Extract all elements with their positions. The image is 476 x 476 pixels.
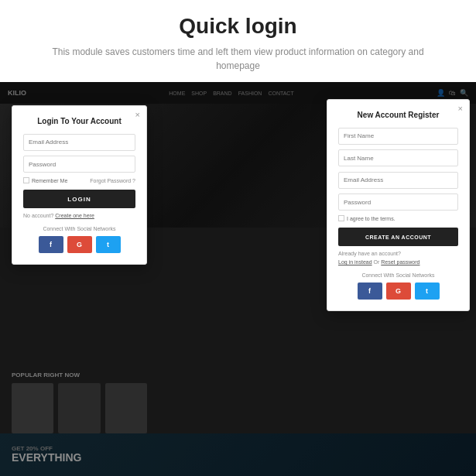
page-subtitle: This module saves customers time and lef… xyxy=(46,45,430,73)
login-reset-row: Log in instead Or Reset password xyxy=(338,259,458,265)
register-google-btn[interactable]: G xyxy=(386,283,411,300)
login-facebook-btn[interactable]: f xyxy=(39,236,63,253)
agree-left: I agree to the terms. xyxy=(338,215,396,221)
register-modal: × New Account Register I agree to the te… xyxy=(327,99,470,311)
email-input[interactable] xyxy=(23,134,135,151)
register-modal-title: New Account Register xyxy=(338,111,458,119)
firstname-input[interactable] xyxy=(338,128,458,145)
login-google-btn[interactable]: G xyxy=(67,236,92,253)
reset-password-link[interactable]: Reset password xyxy=(381,259,419,265)
login-social-section: Connect With Social Networks f G t xyxy=(23,226,135,253)
register-social-title: Connect With Social Networks xyxy=(338,272,458,278)
register-email-input[interactable] xyxy=(338,172,458,189)
login-modal-title: Login To Your Account xyxy=(23,117,135,125)
register-social-section: Connect With Social Networks f G t xyxy=(338,272,458,300)
register-modal-close[interactable]: × xyxy=(458,104,463,113)
browser-bg: KILIO HOME SHOP BRAND FASHION CONTACT 👤 … xyxy=(0,82,476,476)
login-twitter-btn[interactable]: t xyxy=(96,236,121,253)
create-account-button[interactable]: CREATE AN ACCOUNT xyxy=(338,228,458,246)
no-account-text: No account? Create one here xyxy=(23,213,135,218)
remember-checkbox[interactable] xyxy=(23,177,29,183)
remember-label: Remember Me xyxy=(32,178,67,183)
login-instead-link[interactable]: Log in instead xyxy=(338,259,372,265)
register-password-input[interactable] xyxy=(338,193,458,211)
remember-row: Remember Me Forgot Password ? xyxy=(23,177,135,183)
remember-left: Remember Me xyxy=(23,177,67,183)
page-wrapper: Quick login This module saves customers … xyxy=(0,0,476,476)
create-account-link[interactable]: Create one here xyxy=(55,213,94,218)
login-social-title: Connect With Social Networks xyxy=(23,226,135,231)
password-input[interactable] xyxy=(23,156,135,173)
login-modal: × Login To Your Account Remember Me Forg… xyxy=(12,105,147,265)
browser-preview: KILIO HOME SHOP BRAND FASHION CONTACT 👤 … xyxy=(0,82,476,476)
register-twitter-btn[interactable]: t xyxy=(415,283,440,300)
register-facebook-btn[interactable]: f xyxy=(358,283,382,300)
login-modal-close[interactable]: × xyxy=(135,110,140,119)
login-social-buttons: f G t xyxy=(23,236,135,253)
agree-label: I agree to the terms. xyxy=(347,216,396,221)
register-social-buttons: f G t xyxy=(338,283,458,300)
login-button[interactable]: LOGIN xyxy=(23,190,135,208)
already-account-text: Already have an account? xyxy=(338,251,458,256)
lastname-input[interactable] xyxy=(338,149,458,166)
header-section: Quick login This module saves customers … xyxy=(0,0,476,82)
forgot-link[interactable]: Forgot Password ? xyxy=(90,178,135,183)
agree-checkbox[interactable] xyxy=(338,215,344,221)
agree-row: I agree to the terms. xyxy=(338,215,458,221)
page-title: Quick login xyxy=(46,14,430,39)
